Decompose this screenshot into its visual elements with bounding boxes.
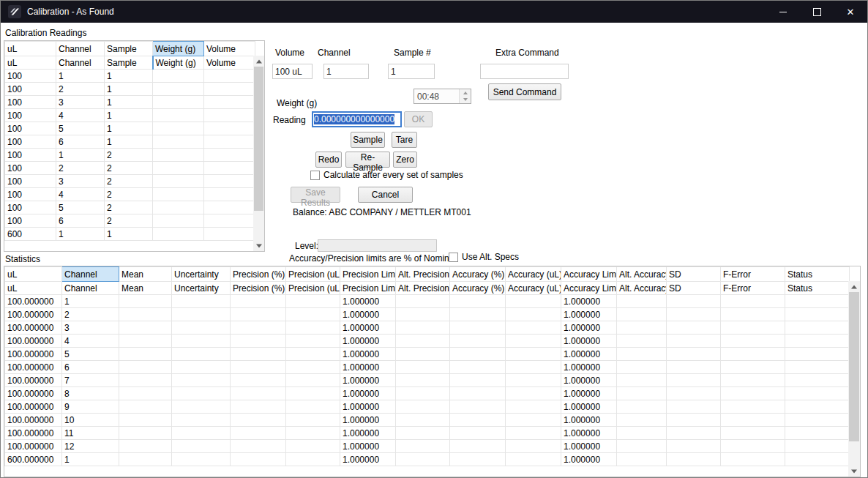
table-row[interactable]: 10052 [5, 201, 255, 214]
table-cell[interactable] [617, 348, 667, 361]
use-alt-specs-checkbox[interactable]: Use Alt. Specs [449, 252, 519, 262]
column-header-accuracy-ul[interactable]: Accuracy (uL) [506, 267, 561, 282]
table-cell[interactable] [785, 440, 850, 453]
column-header-precision[interactable]: Precision (%) [231, 267, 286, 282]
table-cell[interactable]: 100 [5, 122, 56, 135]
table-cell[interactable] [396, 321, 450, 335]
table-cell[interactable] [204, 228, 255, 241]
table-cell[interactable] [617, 308, 667, 321]
table-cell[interactable]: 100.000000 [5, 427, 62, 440]
table-cell[interactable]: 100.000000 [5, 361, 62, 374]
scroll-up-icon[interactable] [253, 56, 264, 67]
table-cell[interactable]: 11 [62, 427, 119, 440]
table-row[interactable]: 100.000000101.0000001.000000 [5, 414, 850, 427]
table-cell[interactable] [667, 427, 721, 440]
column-header-alt-accuracy[interactable]: Alt. Accuracy [617, 267, 667, 282]
table-cell[interactable]: 2 [105, 149, 153, 162]
table-cell[interactable] [667, 414, 721, 427]
table-cell[interactable]: 100 [5, 201, 56, 214]
table-cell[interactable] [396, 295, 450, 308]
column-header-alt-precision[interactable]: Alt. Precision [396, 267, 450, 282]
column-header-precision[interactable]: Precision (%) [231, 282, 286, 295]
table-cell[interactable] [153, 228, 204, 241]
column-header-status[interactable]: Status [785, 282, 850, 295]
table-cell[interactable] [785, 414, 850, 427]
reading-input[interactable]: 0.000000000000000 [312, 111, 402, 127]
scroll-down-icon[interactable] [253, 240, 264, 251]
column-header-mean[interactable]: Mean [119, 282, 172, 295]
table-cell[interactable]: 1 [62, 295, 119, 308]
table-cell[interactable] [172, 414, 231, 427]
table-row[interactable]: 10042 [5, 188, 255, 201]
scroll-track[interactable] [848, 292, 860, 466]
table-cell[interactable] [231, 335, 286, 348]
table-cell[interactable] [119, 348, 172, 361]
table-cell[interactable] [119, 361, 172, 374]
table-cell[interactable] [667, 321, 721, 335]
table-cell[interactable]: 1.000000 [340, 453, 396, 466]
table-cell[interactable] [667, 308, 721, 321]
table-cell[interactable]: 1.000000 [340, 321, 396, 335]
table-cell[interactable]: 2 [105, 162, 153, 175]
table-cell[interactable]: 1.000000 [561, 335, 617, 348]
table-cell[interactable] [172, 321, 231, 335]
table-cell[interactable]: 1.000000 [340, 427, 396, 440]
table-cell[interactable] [721, 295, 785, 308]
table-row[interactable]: 10031 [5, 96, 255, 109]
table-cell[interactable] [667, 387, 721, 400]
scroll-down-icon[interactable] [848, 466, 860, 477]
table-cell[interactable]: 100 [5, 175, 56, 188]
checkbox-icon[interactable] [310, 171, 320, 180]
table-cell[interactable] [667, 453, 721, 466]
table-cell[interactable] [286, 387, 340, 400]
table-cell[interactable] [153, 201, 204, 214]
column-header-f-error[interactable]: F-Error [721, 267, 785, 282]
table-cell[interactable] [231, 295, 286, 308]
sample-button[interactable]: Sample [351, 132, 385, 148]
cancel-button[interactable]: Cancel [358, 187, 413, 203]
table-cell[interactable] [153, 135, 204, 149]
table-cell[interactable] [204, 201, 255, 214]
table-cell[interactable] [204, 70, 255, 83]
table-cell[interactable] [286, 348, 340, 361]
table-cell[interactable] [617, 440, 667, 453]
scroll-up-icon[interactable] [848, 281, 860, 292]
table-cell[interactable] [450, 374, 506, 387]
table-cell[interactable] [231, 308, 286, 321]
table-cell[interactable]: 1.000000 [340, 308, 396, 321]
table-cell[interactable] [450, 335, 506, 348]
table-cell[interactable] [667, 295, 721, 308]
table-cell[interactable]: 5 [56, 201, 105, 214]
column-header-accuracy-ul[interactable]: Accuracy (uL) [506, 282, 561, 295]
column-header-ul[interactable]: uL [5, 56, 56, 70]
table-cell[interactable] [667, 335, 721, 348]
column-header-precision-limit[interactable]: Precision Limit [340, 267, 396, 282]
table-cell[interactable]: 1 [105, 109, 153, 122]
table-cell[interactable]: 1.000000 [340, 440, 396, 453]
table-cell[interactable] [231, 321, 286, 335]
table-cell[interactable]: 1.000000 [340, 387, 396, 400]
calculate-checkbox[interactable]: Calculate after every set of samples [310, 170, 463, 180]
table-cell[interactable]: 3 [56, 96, 105, 109]
table-row[interactable]: 10011 [5, 70, 255, 83]
table-cell[interactable] [617, 335, 667, 348]
table-cell[interactable] [667, 348, 721, 361]
table-cell[interactable] [153, 83, 204, 96]
table-cell[interactable] [286, 321, 340, 335]
table-row[interactable]: 10062 [5, 214, 255, 228]
table-cell[interactable] [785, 361, 850, 374]
column-header-ul[interactable]: uL [5, 42, 56, 56]
table-cell[interactable] [617, 414, 667, 427]
table-row[interactable]: 10041 [5, 109, 255, 122]
table-cell[interactable] [785, 387, 850, 400]
table-cell[interactable] [785, 308, 850, 321]
table-cell[interactable] [450, 427, 506, 440]
table-cell[interactable] [450, 400, 506, 414]
close-button[interactable]: ✕ [834, 1, 867, 23]
table-cell[interactable] [396, 453, 450, 466]
table-cell[interactable] [785, 453, 850, 466]
table-cell[interactable]: 100.000000 [5, 374, 62, 387]
resample-button[interactable]: Re-Sample [345, 152, 390, 168]
column-header-ul[interactable]: uL [5, 282, 62, 295]
table-cell[interactable] [204, 175, 255, 188]
